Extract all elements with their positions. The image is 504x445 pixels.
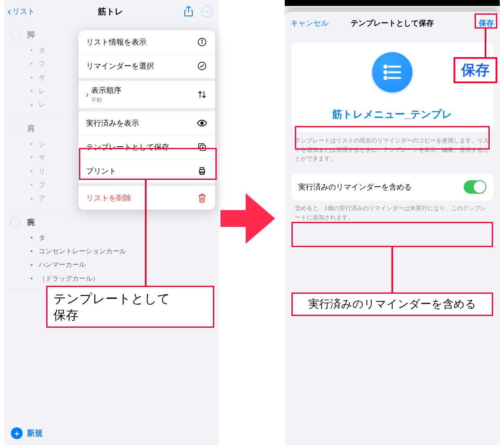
plus-icon: ＋ bbox=[11, 427, 23, 439]
bottom-toolbar: ＋ 新規 bbox=[4, 421, 219, 445]
list-item[interactable]: ハンマーカール bbox=[30, 258, 219, 272]
include-completed-switch[interactable] bbox=[464, 180, 486, 194]
chevron-left-icon: ‹ bbox=[8, 5, 11, 18]
annotation-highlight bbox=[291, 222, 493, 247]
share-icon bbox=[184, 6, 193, 17]
trash-icon bbox=[197, 193, 207, 203]
more-button[interactable] bbox=[201, 5, 213, 18]
reminders-list-screen: ‹ リスト 筋トレ 脚 タ bbox=[4, 0, 219, 445]
eye-icon bbox=[197, 119, 207, 127]
nav-bar: ‹ リスト 筋トレ bbox=[4, 0, 219, 23]
list-icon[interactable] bbox=[372, 52, 412, 92]
completion-toggle[interactable] bbox=[10, 124, 20, 134]
ellipsis-icon bbox=[201, 5, 213, 17]
context-menu: リスト情報を表示 リマインダーを選択 › 表示順序 手動 bbox=[79, 30, 215, 210]
svg-point-9 bbox=[384, 66, 386, 68]
annotation-label: 実行済みのリマインダーを含める bbox=[291, 292, 493, 316]
menu-show-list-info[interactable]: リスト情報を表示 bbox=[79, 30, 215, 54]
annotation-connector bbox=[391, 247, 393, 293]
svg-point-2 bbox=[202, 40, 202, 41]
section-title: 肩 bbox=[27, 123, 35, 134]
menu-sort-order[interactable]: › 表示順序 手動 bbox=[79, 81, 215, 111]
section-title: 腕 bbox=[27, 217, 35, 228]
sort-icon bbox=[197, 90, 207, 99]
svg-point-4 bbox=[201, 122, 203, 124]
template-name-field[interactable]: 筋トレメニュー_テンプレ bbox=[332, 108, 452, 121]
chevron-right-icon: › bbox=[86, 90, 89, 99]
list-item[interactable]: コンセントレーションカール bbox=[30, 245, 219, 258]
list-item[interactable]: （ドラッグカール） bbox=[30, 272, 219, 285]
menu-show-completed[interactable]: 実行済みを表示 bbox=[79, 111, 215, 135]
template-card: 筋トレメニュー_テンプレ bbox=[291, 43, 493, 132]
cancel-button[interactable]: キャンセル bbox=[291, 18, 351, 28]
list-section: 腕 タ コンセントレーションカール ハンマーカール （ドラッグカール） bbox=[4, 210, 219, 290]
annotation-label: 保存 bbox=[454, 57, 497, 83]
annotation-highlight bbox=[79, 148, 217, 180]
list-item[interactable]: タ bbox=[30, 231, 219, 245]
flow-arrow-icon bbox=[220, 193, 279, 244]
include-completed-label: 実行済みのリマインダーを含める bbox=[298, 182, 412, 192]
completion-toggle[interactable] bbox=[10, 217, 20, 227]
include-completed-row: 実行済みのリマインダーを含める bbox=[291, 174, 493, 200]
annotation-connector bbox=[485, 29, 486, 57]
annotation-highlight bbox=[475, 13, 497, 29]
info-icon bbox=[197, 37, 207, 47]
back-button[interactable]: ‹ リスト bbox=[8, 5, 98, 18]
sheet-title: テンプレートとして保存 bbox=[351, 18, 434, 28]
annotation-connector bbox=[145, 180, 147, 287]
back-label: リスト bbox=[12, 6, 35, 16]
section-title: 脚 bbox=[27, 29, 35, 40]
menu-delete-list[interactable]: リストを削除 bbox=[79, 186, 215, 210]
annotation-highlight bbox=[295, 126, 490, 150]
include-completed-description: 含めると、1個の実行済みのリマインダーは未実行になり、このテンプレートに追加され… bbox=[295, 204, 490, 222]
checkmark-circle-icon bbox=[197, 61, 207, 71]
completion-toggle[interactable] bbox=[10, 30, 20, 40]
list-title: 筋トレ bbox=[98, 6, 123, 17]
new-label: 新規 bbox=[27, 428, 43, 439]
new-reminder-button[interactable]: ＋ 新規 bbox=[11, 427, 43, 439]
annotation-label: テンプレートとして 保存 bbox=[46, 286, 214, 328]
menu-select-reminders[interactable]: リマインダーを選択 bbox=[79, 54, 215, 81]
share-button[interactable] bbox=[182, 5, 195, 18]
save-template-screen: キャンセル テンプレートとして保存 保存 筋トレメニュー_テンプレ テンプレート… bbox=[285, 0, 500, 445]
svg-point-11 bbox=[384, 71, 386, 73]
svg-point-13 bbox=[384, 77, 386, 79]
